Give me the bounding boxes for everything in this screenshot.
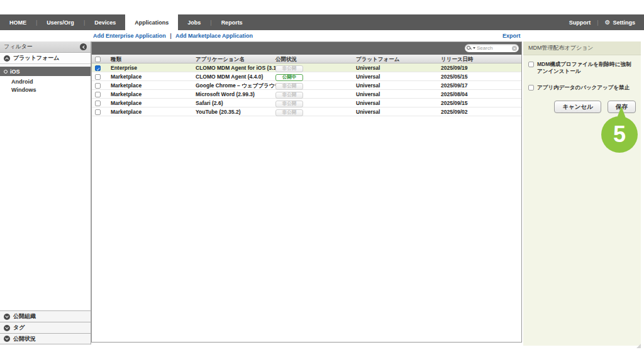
nav-tab-applications[interactable]: Applications xyxy=(125,14,178,30)
export-link[interactable]: Export xyxy=(502,33,521,39)
option-label: MDM構成プロファイルを削除時に強制アンインストール xyxy=(537,61,636,75)
nav-tab-jobs[interactable]: Jobs xyxy=(178,14,210,30)
sidebar-item-label: Android xyxy=(11,79,33,85)
platform-section-label: プラットフォーム xyxy=(13,54,59,62)
row-checkbox[interactable] xyxy=(95,101,101,106)
mdm-options-panel: MDM管理配布オプション MDM構成プロファイルを削除時に強制アンインストール … xyxy=(523,41,641,346)
type-cell: Marketplace xyxy=(111,72,142,81)
application-name-cell[interactable]: CLOMO MDM Agent (4.4.0) xyxy=(196,72,263,81)
filter-title: フィルター xyxy=(4,43,33,51)
option-checkbox[interactable] xyxy=(528,85,534,90)
support-link[interactable]: Support xyxy=(569,19,591,26)
section-toggle-icon xyxy=(4,314,10,320)
status-badge: 非公開 xyxy=(275,101,303,107)
platform-cell: Universal xyxy=(356,81,380,90)
table-row[interactable]: Enterprise CLOMO MDM Agent for iOS (3.1.… xyxy=(92,63,521,72)
column-header-4[interactable]: プラットフォーム xyxy=(356,55,399,63)
settings-link[interactable]: Settings xyxy=(613,19,635,26)
column-header-2[interactable]: アプリケーション名 xyxy=(196,55,245,63)
sidebar-section-item[interactable]: 公開状況 xyxy=(0,333,91,344)
application-name-cell[interactable]: Google Chrome – ウェブブラウザ (... xyxy=(196,81,287,90)
collapse-sidebar-button[interactable] xyxy=(80,43,87,50)
table-body: Enterprise CLOMO MDM Agent for iOS (3.1.… xyxy=(92,63,521,116)
option-checkbox[interactable] xyxy=(528,62,534,67)
sidebar-section-item[interactable]: タグ xyxy=(0,322,91,333)
platform-section-header[interactable]: プラットフォーム xyxy=(0,53,91,64)
step-badge: 5 xyxy=(601,116,638,153)
row-checkbox[interactable] xyxy=(95,83,101,89)
table-row[interactable]: Marketplace YouTube (20.35.2) 非公開 Univer… xyxy=(92,107,521,116)
type-cell: Marketplace xyxy=(111,90,142,99)
clomo-admin-screen: HOME|Users/Org|DevicesApplicationsJobs|R… xyxy=(0,0,644,362)
column-header-3[interactable]: 公開状況 xyxy=(275,55,297,63)
subheader: Add Enterprise Application | Add Marketp… xyxy=(0,30,644,41)
type-cell: Marketplace xyxy=(111,99,142,107)
sidebar-item-android[interactable]: Android xyxy=(0,77,91,85)
nav-tab-reports[interactable]: Reports xyxy=(212,14,252,30)
filter-sidebar: フィルター プラットフォーム iOSAndroidWindows 公開組織 タグ… xyxy=(0,41,91,344)
type-cell: Enterprise xyxy=(111,63,137,72)
table-row[interactable]: Marketplace CLOMO MDM Agent (4.4.0) 公開中 … xyxy=(92,72,521,81)
table-row[interactable]: Marketplace Microsoft Word (2.99.3) 非公開 … xyxy=(92,90,521,99)
sidebar-item-windows[interactable]: Windows xyxy=(0,85,91,94)
table-row[interactable]: Marketplace Google Chrome – ウェブブラウザ (...… xyxy=(92,81,521,90)
release-date-cell: 2025/09/19 xyxy=(441,63,468,72)
nav-tab-devices[interactable]: Devices xyxy=(85,14,125,30)
panel-checkbox-row: MDM構成プロファイルを削除時に強制アンインストール xyxy=(528,61,636,75)
search-input[interactable]: Search × xyxy=(465,44,519,52)
add-enterprise-application-link[interactable]: Add Enterprise Application xyxy=(93,33,166,39)
application-name-cell[interactable]: Safari (2.6) xyxy=(196,99,223,107)
section-toggle-icon xyxy=(4,325,10,331)
table-row[interactable]: Marketplace Safari (2.6) 非公開 Universal 2… xyxy=(92,99,521,107)
column-header-1[interactable]: 種類 xyxy=(111,55,121,63)
nav-tabs: HOME|Users/Org|DevicesApplicationsJobs|R… xyxy=(0,14,252,30)
search-icon xyxy=(467,46,472,51)
row-checkbox[interactable] xyxy=(95,65,101,71)
platform-cell: Universal xyxy=(356,107,380,116)
search-placeholder: Search xyxy=(477,45,492,51)
nav-right: Support | ⚙ Settings xyxy=(569,14,644,30)
link-separator: | xyxy=(167,33,174,39)
row-checkbox[interactable] xyxy=(95,92,101,97)
sidebar-item-label: Windows xyxy=(11,87,36,93)
add-links: Add Enterprise Application | Add Marketp… xyxy=(93,33,253,39)
nav-tab-home[interactable]: HOME xyxy=(0,14,36,30)
panel-checkbox-row: アプリ内データのバックアップを禁止 xyxy=(528,84,636,91)
resize-grip-icon[interactable] xyxy=(636,344,641,348)
row-checkbox[interactable] xyxy=(95,74,101,80)
sidebar-item-ios[interactable]: iOS xyxy=(0,67,91,76)
status-badge: 非公開 xyxy=(275,83,303,90)
application-name-cell[interactable]: CLOMO MDM Agent for iOS (3.1.0.... xyxy=(196,63,287,72)
sidebar-section-item[interactable]: 公開組織 xyxy=(0,310,91,322)
select-all-checkbox[interactable] xyxy=(95,57,101,62)
selected-ring-icon xyxy=(4,70,8,74)
panel-checkboxes: MDM構成プロファイルを削除時に強制アンインストール アプリ内データのバックアッ… xyxy=(528,61,636,91)
platform-list: iOSAndroidWindows xyxy=(0,64,91,94)
search-scope-caret-icon[interactable] xyxy=(473,47,475,49)
type-cell: Marketplace xyxy=(111,81,142,90)
section-toggle-icon xyxy=(4,336,10,342)
add-marketplace-application-link[interactable]: Add Marketplace Application xyxy=(175,33,253,39)
table-header-row: 種類アプリケーション名公開状況プラットフォームリリース日時 xyxy=(92,55,521,63)
panel-body: MDM構成プロファイルを削除時に強制アンインストール アプリ内データのバックアッ… xyxy=(523,55,641,113)
column-header-5[interactable]: リリース日時 xyxy=(441,55,474,63)
sidebar-bottom-sections: 公開組織 タグ 公開状況 xyxy=(0,310,91,344)
row-checkbox[interactable] xyxy=(95,109,101,115)
release-date-cell: 2025/05/15 xyxy=(441,72,468,81)
cancel-button[interactable]: キャンセル xyxy=(554,101,601,113)
application-name-cell[interactable]: YouTube (20.35.2) xyxy=(196,107,240,116)
search-clear-icon[interactable]: × xyxy=(512,46,517,51)
nav-tab-users-org[interactable]: Users/Org xyxy=(37,14,84,30)
option-label: アプリ内データのバックアップを禁止 xyxy=(537,84,630,91)
application-table: Search × 種類アプリケーション名公開状況プラットフォームリリース日時 E… xyxy=(91,41,522,343)
platform-cell: Universal xyxy=(356,90,380,99)
type-cell: Marketplace xyxy=(111,107,142,116)
application-name-cell[interactable]: Microsoft Word (2.99.3) xyxy=(196,90,255,99)
platform-cell: Universal xyxy=(356,72,380,81)
table-toolbar: Search × xyxy=(92,42,521,55)
platform-cell: Universal xyxy=(356,63,380,72)
release-date-cell: 2025/09/02 xyxy=(441,107,468,116)
section-toggle-icon xyxy=(4,55,10,62)
status-badge: 公開中 xyxy=(275,74,303,81)
panel-title: MDM管理配布オプション xyxy=(528,44,594,52)
